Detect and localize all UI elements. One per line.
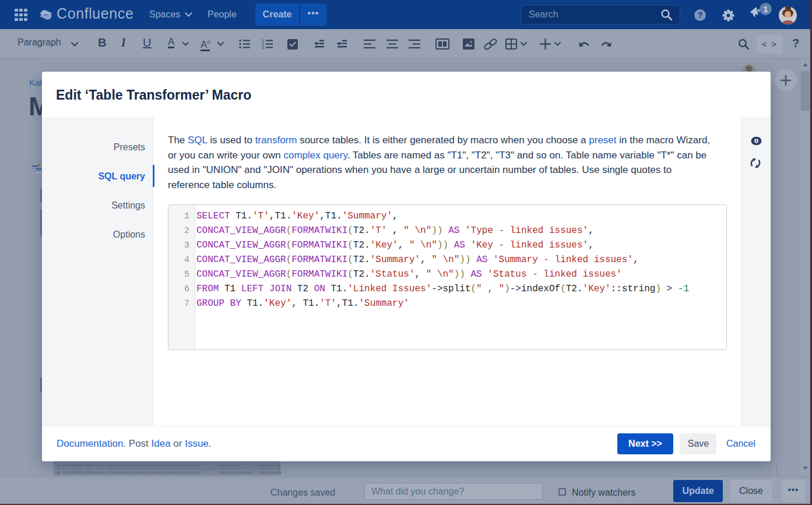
svg-text:3: 3 [262, 45, 264, 49]
